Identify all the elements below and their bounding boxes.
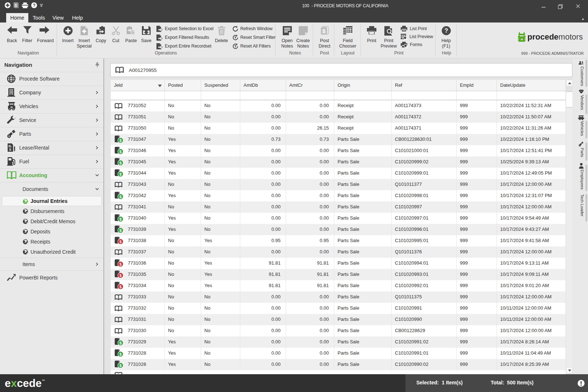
svg-text:$: $ bbox=[119, 138, 122, 143]
svg-text:$: $ bbox=[119, 262, 122, 266]
svg-text:?: ? bbox=[444, 27, 448, 34]
svg-text:$: $ bbox=[119, 240, 122, 244]
svg-text:$: $ bbox=[119, 363, 122, 368]
svg-text:$: $ bbox=[119, 273, 122, 278]
svg-text:$: $ bbox=[119, 217, 122, 221]
svg-text:$: $ bbox=[119, 228, 122, 233]
svg-text:$: $ bbox=[9, 147, 11, 151]
svg-text:?: ? bbox=[33, 3, 36, 8]
svg-text:$: $ bbox=[119, 195, 122, 199]
svg-text:$: $ bbox=[119, 150, 122, 154]
svg-text:$: $ bbox=[119, 285, 122, 289]
svg-text:$: $ bbox=[119, 341, 122, 345]
svg-text:$: $ bbox=[119, 352, 122, 356]
svg-text:$: $ bbox=[15, 3, 17, 8]
svg-text:$: $ bbox=[119, 161, 122, 165]
svg-text:$: $ bbox=[119, 172, 122, 176]
svg-text:$: $ bbox=[322, 28, 326, 34]
